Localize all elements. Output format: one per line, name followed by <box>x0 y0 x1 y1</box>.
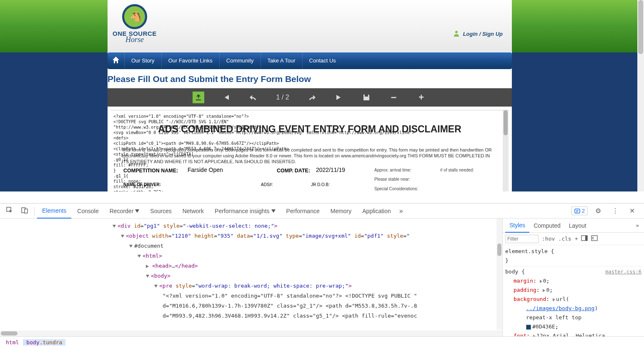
prop-padding[interactable]: padding: 0; <box>505 286 641 295</box>
tab-elements[interactable]: Elements <box>37 204 71 219</box>
user-icon <box>453 30 460 38</box>
devtools-tabs: Elements Console Recorder Sources Networ… <box>0 204 644 219</box>
svg-rect-6 <box>585 236 587 241</box>
prop-margin[interactable]: margin: 0; <box>505 276 641 286</box>
value-competition-name: Farside Open <box>188 167 223 173</box>
label-stalls: # of stalls needed: <box>440 168 474 172</box>
breadcrumb-html[interactable]: html <box>3 339 22 346</box>
undo-button[interactable] <box>248 92 259 103</box>
label-driver-name: NAME OF DRIVER: <box>123 182 161 187</box>
body-rule-selector[interactable]: body { <box>505 268 525 275</box>
zoom-in-button[interactable]: + <box>416 92 427 103</box>
more-tabs-icon[interactable]: » <box>397 207 406 215</box>
tab-network[interactable]: Network <box>178 204 209 219</box>
nav-home-icon[interactable] <box>108 57 124 65</box>
horse-icon: 🐴 <box>130 11 141 22</box>
page-title: Please Fill Out and Submit the Entry For… <box>108 74 512 88</box>
svg-rect-3 <box>25 209 28 213</box>
redo-button[interactable] <box>306 92 317 103</box>
main-nav: Our Story Our Favorite Links Community T… <box>108 52 512 69</box>
nav-contact[interactable]: Contact Us <box>302 52 343 69</box>
tab-console[interactable]: Console <box>72 204 103 219</box>
kebab-menu-icon[interactable]: ⋮ <box>609 207 622 215</box>
pin-icon <box>271 209 276 213</box>
tab-sources[interactable]: Sources <box>145 204 176 219</box>
inspect-icon[interactable] <box>3 206 17 216</box>
breadcrumb-body[interactable]: body.tundra <box>23 339 65 346</box>
save-button[interactable] <box>361 92 372 103</box>
site-header: 🐴 ONE SOURCE Horse Login / Sign Up <box>108 0 512 52</box>
tab-memory[interactable]: Memory <box>326 204 357 219</box>
prop-background[interactable]: background: url( <box>505 295 641 304</box>
styles-filter-input[interactable] <box>505 235 539 243</box>
label-comp-date: COMP. DATE: <box>277 168 310 174</box>
nav-favorite-links[interactable]: Our Favorite Links <box>161 52 219 69</box>
svg-rect-4 <box>575 209 580 213</box>
dom-breadcrumbs: html body.tundra <box>0 336 644 348</box>
dom-vscroll[interactable] <box>496 219 502 330</box>
login-signup-link[interactable]: Login / Sign Up <box>463 31 503 37</box>
nav-our-story[interactable]: Our Story <box>124 52 161 69</box>
pin-icon <box>135 209 139 213</box>
devtools-panel: Elements Console Recorder Sources Networ… <box>0 203 644 348</box>
last-page-button[interactable] <box>333 92 344 103</box>
styles-tab-styles[interactable]: Styles <box>505 219 529 233</box>
pdf-scrollbar[interactable] <box>503 110 509 191</box>
computed-sidebar-icon[interactable] <box>581 235 588 242</box>
settings-icon[interactable]: ⚙ <box>592 207 604 215</box>
first-page-button[interactable] <box>221 92 232 103</box>
bg-image-link[interactable]: ../images/body-bg.png <box>526 305 594 311</box>
pdf-form-description: This form is for ADS recognized competit… <box>122 147 492 164</box>
dom-tree[interactable]: <div id="pg1" style="-webkit-user-select… <box>0 219 502 336</box>
styles-tab-computed[interactable]: Computed <box>529 219 565 233</box>
label-arrival-time: Approx. arrival time: <box>374 168 411 172</box>
tab-perf-insights[interactable]: Performance insights <box>210 204 281 219</box>
pdf-toolbar: 1 / 2 − + <box>108 88 512 107</box>
page-indicator: 1 / 2 <box>276 94 289 101</box>
pdf-page: <?xml version="1.0" encoding="UTF-8" sta… <box>111 110 509 191</box>
cls-toggle[interactable]: .cls <box>558 236 571 242</box>
issues-button[interactable]: 2 <box>571 206 588 215</box>
label-stable-near: Please stable near: <box>374 177 410 181</box>
pdf-form-title: ADS COMBINED DRIVING EVENT ENTRY FORM AN… <box>111 124 509 135</box>
svg-point-0 <box>455 31 458 33</box>
site-logo[interactable]: 🐴 ONE SOURCE Horse <box>113 4 157 44</box>
prop-font[interactable]: font: 12px Arial, Helvetica, <box>505 331 641 336</box>
dom-hscroll[interactable] <box>0 331 502 336</box>
rule-source-link[interactable]: master.css:6 <box>605 267 641 276</box>
styles-more-icon[interactable]: » <box>633 222 641 229</box>
styles-pane: Styles Computed Layout » :hov .cls + ele… <box>502 219 644 336</box>
styles-tab-layout[interactable]: Layout <box>565 219 591 233</box>
label-jr-dob: JR D.O.B: <box>311 182 330 187</box>
label-competition-name: COMPETITION NAME: <box>123 168 178 174</box>
zoom-out-button[interactable]: − <box>388 92 399 103</box>
label-ads-num: ADS#: <box>261 182 273 187</box>
close-icon[interactable]: ✕ <box>626 207 638 215</box>
tab-performance[interactable]: Performance <box>281 204 325 219</box>
color-swatch[interactable] <box>526 325 531 330</box>
element-style-rule[interactable]: element.style { <box>505 247 641 256</box>
label-special: Special Considerations: <box>374 186 418 191</box>
download-button[interactable] <box>193 92 204 103</box>
new-style-rule-icon[interactable]: + <box>575 236 578 242</box>
device-toggle-icon[interactable] <box>18 206 32 216</box>
hov-toggle[interactable]: :hov <box>542 236 555 242</box>
nav-take-tour[interactable]: Take A Tour <box>261 52 302 69</box>
nav-community[interactable]: Community <box>219 52 261 69</box>
tab-application[interactable]: Application <box>357 204 396 219</box>
tab-recorder[interactable]: Recorder <box>105 204 145 219</box>
value-comp-date: 2022/11/19 <box>316 167 345 173</box>
toggle-sidebar-icon[interactable] <box>591 235 598 242</box>
page-scrollbar[interactable] <box>637 0 644 191</box>
